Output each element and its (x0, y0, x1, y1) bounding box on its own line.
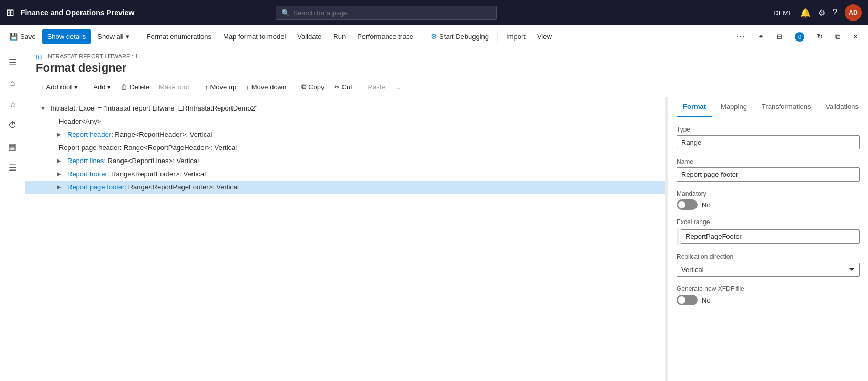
start-debugging-label: Start Debugging (439, 33, 489, 41)
excel-range-input[interactable] (681, 229, 860, 244)
expand-icon-rh: ▶ (57, 131, 65, 138)
add-plus-icon: + (87, 83, 92, 91)
page-title: Format designer (36, 61, 857, 75)
report-page-footer-link[interactable]: Report page footer (67, 183, 124, 191)
expand-icon-rf: ▶ (57, 171, 65, 177)
name-field: Name (677, 158, 860, 182)
separator-3 (497, 31, 498, 43)
tab-mapping[interactable]: Mapping (714, 97, 753, 117)
tree-item-report-page-header[interactable]: Report page header: Range<ReportPageHead… (25, 141, 665, 154)
tree-item-report-lines[interactable]: ▶ Report lines: Range<ReportLines>: Vert… (25, 154, 665, 167)
type-input[interactable] (677, 135, 860, 149)
make-root-button[interactable]: Make root (155, 81, 194, 94)
start-debugging-button[interactable]: ⚙ Start Debugging (426, 29, 494, 44)
move-down-icon: ↓ (246, 83, 249, 91)
range-indicator (677, 228, 679, 245)
help-icon[interactable]: ? (833, 8, 837, 17)
tree-item-header[interactable]: Header<Any> (25, 115, 665, 128)
move-up-label: Move up (210, 83, 236, 91)
replication-label: Replication direction (677, 253, 860, 260)
toolbar-separator-2 (294, 82, 294, 92)
settings-icon[interactable]: ⚙ (818, 8, 825, 18)
search-bar[interactable]: 🔍 (276, 6, 497, 20)
report-footer-link[interactable]: Report footer (67, 170, 107, 178)
badge-button[interactable]: 0 (790, 29, 810, 45)
view-button[interactable]: View (532, 29, 557, 44)
debug-icon: ⚙ (431, 33, 437, 41)
add-label: Add (93, 83, 105, 91)
performance-trace-button[interactable]: Performance trace (352, 29, 419, 44)
copy-icon: ⧉ (301, 83, 306, 91)
refresh-button[interactable]: ↻ (812, 29, 828, 44)
close-button[interactable]: ✕ (847, 29, 864, 44)
report-page-footer-text: Report page footer: Range<ReportPageFoot… (67, 183, 239, 191)
type-field: Type (677, 126, 860, 149)
star-icon-button[interactable]: ☆ (3, 95, 22, 114)
open-in-new-button[interactable]: ⧉ (830, 29, 845, 44)
format-enumerations-button[interactable]: Format enumerations (142, 29, 217, 44)
run-button[interactable]: Run (328, 29, 351, 44)
replication-select[interactable]: Vertical Horizontal None (677, 263, 860, 277)
save-label: Save (20, 33, 36, 41)
clock-icon-button[interactable]: ⏱ (3, 116, 22, 135)
favorites-icon-button[interactable]: ✦ (753, 29, 769, 44)
delete-button[interactable]: 🗑 Delete (116, 81, 154, 94)
mandatory-label: Mandatory (677, 190, 860, 197)
tree-root-item[interactable]: ▼ Intrastat: Excel = "Intrastat report L… (25, 102, 665, 115)
avatar[interactable]: AD (845, 4, 862, 21)
import-button[interactable]: Import (501, 29, 531, 44)
root-item-text: Intrastat: Excel = "Intrastat report Lit… (51, 104, 257, 112)
sidebar-icons: ☰ ⌂ ☆ ⏱ ▦ ☰ (0, 48, 25, 381)
mandatory-toggle-row: No (677, 199, 860, 210)
cut-button[interactable]: ✂ Cut (330, 81, 357, 94)
calendar-icon-button[interactable]: ▦ (3, 137, 22, 156)
filter-icon[interactable]: ⊞ (36, 53, 42, 61)
performance-trace-label: Performance trace (357, 33, 413, 41)
grid-icon[interactable]: ⊞ (6, 7, 14, 18)
move-up-button[interactable]: ↑ Move up (200, 81, 240, 94)
report-lines-link[interactable]: Report lines (67, 157, 104, 165)
expand-icon-rpf: ▶ (57, 184, 65, 190)
name-input[interactable] (677, 167, 860, 182)
tab-validations[interactable]: Validations (819, 97, 865, 117)
show-all-button[interactable]: Show all ▾ (92, 29, 134, 44)
tab-transformations[interactable]: Transformations (755, 97, 817, 117)
view-label: View (537, 33, 552, 41)
notification-icon[interactable]: 🔔 (800, 8, 811, 18)
add-button[interactable]: + Add ▾ (83, 81, 116, 94)
map-format-button[interactable]: Map format to model (218, 29, 291, 44)
tree-item-report-footer[interactable]: ▶ Report footer: Range<ReportFooter>: Ve… (25, 167, 665, 181)
search-input[interactable] (293, 9, 491, 17)
run-label: Run (333, 33, 346, 41)
tree-item-report-page-footer[interactable]: ▶ Report page footer: Range<ReportPageFo… (25, 181, 665, 194)
mandatory-field: Mandatory No (677, 190, 860, 210)
hamburger-icon-button[interactable]: ☰ (3, 53, 22, 72)
paste-label: Paste (368, 83, 385, 91)
home-icon-button[interactable]: ⌂ (3, 74, 22, 93)
paste-button[interactable]: + Paste (358, 81, 390, 94)
show-all-label: Show all (97, 33, 123, 41)
app-title: Finance and Operations Preview (21, 8, 134, 17)
generate-xfdf-toggle[interactable] (677, 295, 698, 305)
save-button[interactable]: 💾 Save (4, 29, 41, 44)
replication-field: Replication direction Vertical Horizonta… (677, 253, 860, 277)
add-root-button[interactable]: + Add root ▾ (36, 81, 82, 94)
tree-item-report-header[interactable]: ▶ Report header: Range<ReportHeader>: Ve… (25, 128, 665, 141)
props-form: Type Name Mandatory No (668, 117, 868, 322)
show-details-button[interactable]: Show details (42, 29, 92, 44)
tree-panel: ▼ Intrastat: Excel = "Intrastat report L… (25, 97, 666, 381)
list-icon-button[interactable]: ☰ (3, 158, 22, 177)
map-format-label: Map format to model (223, 33, 286, 41)
expand-icon-button[interactable]: ⊟ (771, 29, 788, 44)
generate-xfdf-toggle-row: No (677, 295, 860, 305)
copy-button[interactable]: ⧉ Copy (297, 80, 328, 94)
mandatory-toggle[interactable] (677, 199, 698, 210)
more-toolbar-button[interactable]: ... (391, 81, 405, 94)
top-navigation: ⊞ Finance and Operations Preview 🔍 DEMF … (0, 0, 868, 25)
tab-format[interactable]: Format (677, 97, 712, 117)
report-header-link[interactable]: Report header (67, 131, 111, 138)
cut-icon: ✂ (334, 83, 340, 91)
more-button[interactable]: ··· (731, 29, 751, 44)
validate-button[interactable]: Validate (292, 29, 327, 44)
move-down-button[interactable]: ↓ Move down (241, 81, 290, 94)
